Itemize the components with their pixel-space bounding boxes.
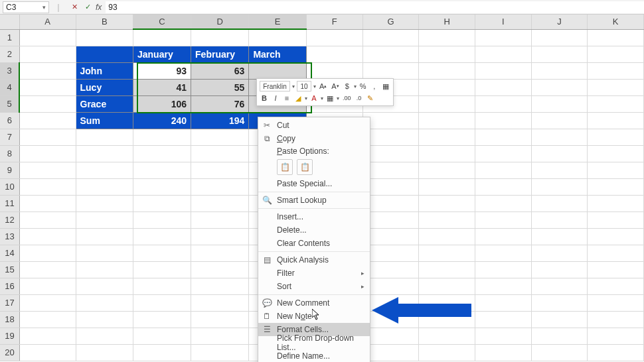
cell[interactable]	[19, 195, 76, 211]
row-header[interactable]: 16	[0, 278, 19, 294]
cell[interactable]	[531, 62, 588, 79]
chevron-down-icon[interactable]: ▾	[305, 95, 307, 101]
cell[interactable]	[19, 278, 76, 294]
cell[interactable]	[419, 228, 475, 245]
cell[interactable]	[19, 228, 76, 245]
menu-copy[interactable]: ⧉Copy	[258, 132, 370, 145]
cell[interactable]	[362, 328, 419, 344]
cell[interactable]	[475, 95, 531, 112]
percent-icon[interactable]: %	[359, 81, 368, 91]
cell[interactable]	[191, 245, 249, 261]
cell[interactable]	[191, 178, 249, 195]
cell[interactable]: Lucy	[76, 79, 133, 95]
cell[interactable]	[475, 328, 531, 344]
cell[interactable]	[531, 46, 588, 62]
cell[interactable]	[19, 162, 76, 178]
cell[interactable]	[419, 62, 475, 79]
cell[interactable]	[475, 311, 531, 328]
cell[interactable]	[588, 95, 644, 112]
row-header[interactable]: 8	[0, 145, 19, 162]
cell[interactable]	[19, 62, 76, 79]
cell[interactable]	[191, 129, 249, 145]
cell[interactable]	[475, 261, 531, 278]
cell[interactable]	[531, 328, 588, 344]
cell[interactable]: Sum	[76, 112, 133, 129]
cell[interactable]	[76, 228, 133, 245]
row-header[interactable]: 9	[0, 162, 19, 178]
column-header[interactable]: F	[306, 15, 362, 29]
cell[interactable]	[475, 145, 531, 162]
cell[interactable]	[76, 328, 133, 344]
cell[interactable]	[588, 211, 644, 228]
cell[interactable]	[306, 46, 362, 62]
table-format-icon[interactable]: ▦	[381, 81, 390, 91]
cell[interactable]	[419, 261, 475, 278]
row-header[interactable]: 19	[0, 328, 19, 344]
chevron-down-icon[interactable]: ▾	[313, 84, 316, 90]
cell[interactable]	[19, 211, 76, 228]
cell[interactable]	[76, 162, 133, 178]
cell[interactable]	[191, 195, 249, 211]
increase-font-icon[interactable]: A▴	[318, 81, 328, 91]
cell[interactable]	[19, 145, 76, 162]
cell[interactable]	[76, 178, 133, 195]
borders-icon[interactable]: ▦	[325, 93, 335, 103]
cell[interactable]	[19, 129, 76, 145]
cell[interactable]	[475, 46, 531, 62]
fill-color-icon[interactable]: ◢	[293, 93, 303, 103]
cell[interactable]	[531, 228, 588, 245]
cell[interactable]	[19, 95, 76, 112]
cell[interactable]	[588, 294, 644, 311]
font-size-select[interactable]: 10	[297, 81, 311, 91]
cell[interactable]	[362, 129, 419, 145]
cell[interactable]	[249, 62, 307, 79]
cell[interactable]	[588, 29, 644, 46]
column-header[interactable]: D	[191, 15, 249, 29]
cell[interactable]	[419, 211, 475, 228]
cell[interactable]	[531, 211, 588, 228]
cell[interactable]	[588, 129, 644, 145]
cell[interactable]	[419, 195, 475, 211]
menu-paste-special[interactable]: Paste Special...	[258, 177, 370, 190]
column-header[interactable]: G	[362, 15, 419, 29]
cell[interactable]	[588, 328, 644, 344]
column-header[interactable]: I	[475, 15, 531, 29]
cell[interactable]	[76, 129, 133, 145]
cell[interactable]	[133, 178, 191, 195]
cell[interactable]	[531, 178, 588, 195]
cell[interactable]	[19, 294, 76, 311]
menu-delete[interactable]: Delete...	[258, 223, 370, 237]
cell[interactable]	[362, 145, 419, 162]
cell[interactable]: January	[133, 46, 191, 62]
cell[interactable]	[19, 261, 76, 278]
cell[interactable]	[475, 294, 531, 311]
cell[interactable]	[531, 294, 588, 311]
cell[interactable]	[362, 46, 419, 62]
cell[interactable]: 41	[133, 79, 191, 95]
row-header[interactable]: 20	[0, 344, 19, 361]
cell[interactable]	[475, 278, 531, 294]
cell[interactable]: John	[76, 62, 133, 79]
cell[interactable]	[191, 294, 249, 311]
cell[interactable]	[362, 278, 419, 294]
cell[interactable]: 93	[133, 62, 191, 79]
row-header[interactable]: 1	[0, 29, 19, 46]
cell[interactable]	[306, 29, 362, 46]
cell[interactable]	[475, 211, 531, 228]
cell[interactable]	[419, 344, 475, 361]
check-icon[interactable]: ✓	[82, 2, 93, 13]
cell[interactable]	[133, 29, 191, 46]
cell[interactable]	[531, 145, 588, 162]
comma-icon[interactable]: ,	[370, 81, 379, 91]
cell[interactable]	[76, 211, 133, 228]
cell[interactable]	[419, 278, 475, 294]
cell[interactable]	[531, 95, 588, 112]
menu-quick-analysis[interactable]: ▤Quick Analysis	[258, 253, 370, 267]
column-header[interactable]: A	[19, 15, 76, 29]
fx-label[interactable]: fx	[96, 3, 102, 12]
column-header[interactable]: E	[249, 15, 307, 29]
row-header[interactable]: 3	[0, 62, 19, 79]
cell[interactable]	[531, 245, 588, 261]
cell[interactable]	[133, 294, 191, 311]
cell[interactable]	[588, 79, 644, 95]
